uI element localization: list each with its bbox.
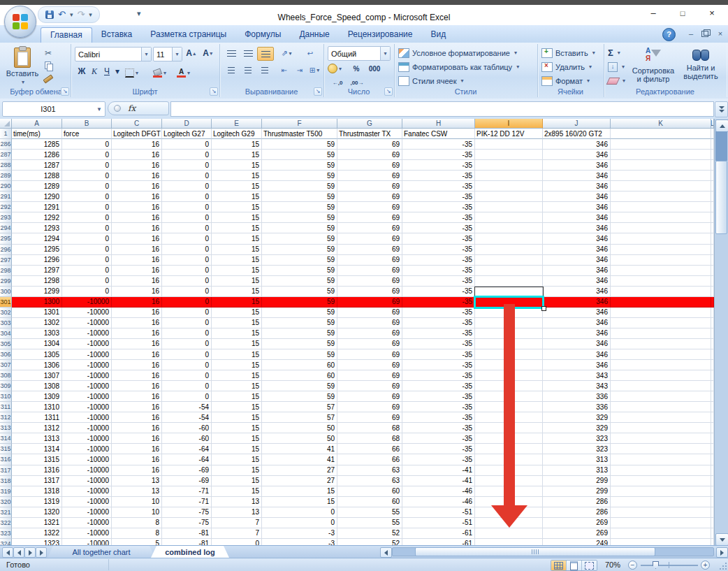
row-header-305[interactable]: 305 — [0, 339, 12, 349]
cell-J295[interactable]: 346 — [543, 233, 611, 244]
ribbon-tab-Вставка[interactable]: Вставка — [92, 27, 142, 43]
font-family-combo[interactable]: Calibri▾ — [75, 47, 152, 62]
cell-B310[interactable]: -10000 — [62, 391, 112, 402]
cell-B316[interactable]: -10000 — [62, 454, 112, 465]
cell-B288[interactable]: 0 — [62, 160, 112, 171]
cell-D286[interactable]: 0 — [162, 139, 212, 150]
cell-D288[interactable]: 0 — [162, 160, 212, 171]
cell-D322[interactable]: -75 — [162, 518, 212, 528]
cut-button[interactable]: ✂ — [42, 47, 54, 59]
cell-H319[interactable]: -46 — [402, 486, 475, 497]
cell-B307[interactable]: -10000 — [62, 360, 112, 370]
cell-A310[interactable]: 1309 — [12, 391, 62, 402]
ribbon-tab-Вид[interactable]: Вид — [421, 27, 455, 43]
cell-H290[interactable]: -35 — [402, 181, 475, 191]
undo-dropdown-icon[interactable]: ▾ — [70, 11, 73, 18]
cell-H312[interactable]: -35 — [402, 412, 475, 423]
cell-D306[interactable]: 0 — [162, 349, 212, 360]
row-header-312[interactable]: 312 — [0, 412, 12, 423]
scrollbar-track-upper[interactable] — [715, 131, 727, 161]
align-middle-button[interactable] — [240, 47, 256, 59]
cell-J299[interactable]: 346 — [543, 276, 611, 287]
cell-C320[interactable]: 10 — [112, 497, 162, 507]
row-header-295[interactable]: 295 — [0, 233, 12, 244]
cell-A288[interactable]: 1287 — [12, 160, 62, 171]
cell-G293[interactable]: 69 — [337, 212, 402, 223]
cell-C317[interactable]: 16 — [112, 465, 162, 476]
column-header-H[interactable]: H — [402, 119, 475, 129]
italic-button[interactable]: К — [89, 65, 100, 78]
cell-E286[interactable]: 15 — [212, 139, 262, 150]
cell-A321[interactable]: 1320 — [12, 507, 62, 518]
cell-J323[interactable]: 269 — [543, 528, 611, 539]
column-header-K[interactable]: K — [611, 119, 711, 129]
row-header-315[interactable]: 315 — [0, 444, 12, 454]
cell-F312[interactable]: 57 — [262, 412, 337, 423]
cell-J291[interactable]: 346 — [543, 191, 611, 202]
next-sheet-button[interactable] — [24, 547, 36, 558]
row-header-309[interactable]: 309 — [0, 381, 12, 391]
cell-J298[interactable]: 346 — [543, 266, 611, 276]
cell-D319[interactable]: -71 — [162, 486, 212, 497]
cell-A316[interactable]: 1315 — [12, 454, 62, 465]
cell-K304[interactable] — [611, 328, 711, 339]
workbook-minimize-button[interactable]: – — [685, 29, 697, 39]
row-header-310[interactable]: 310 — [0, 391, 12, 402]
cell-K315[interactable] — [611, 444, 711, 454]
expand-formula-bar-button[interactable] — [715, 101, 728, 117]
align-top-button[interactable] — [224, 47, 239, 59]
cell-H289[interactable]: -35 — [402, 171, 475, 181]
cell-G319[interactable]: 60 — [337, 486, 402, 497]
cell-G324[interactable]: 52 — [337, 539, 402, 545]
accounting-format-button[interactable]: ▾ — [328, 62, 342, 75]
cell-B286[interactable]: 0 — [62, 139, 112, 150]
cell-H311[interactable]: -35 — [402, 402, 475, 412]
ribbon-tab-Формулы[interactable]: Формулы — [235, 27, 290, 43]
cell-G321[interactable]: 55 — [337, 507, 402, 518]
cell-F296[interactable]: 59 — [262, 245, 337, 255]
prev-sheet-button[interactable] — [13, 547, 24, 558]
cell-B291[interactable]: 0 — [62, 191, 112, 202]
cell-G318[interactable]: 63 — [337, 476, 402, 486]
row-header-303[interactable]: 303 — [0, 318, 12, 328]
cell-E308[interactable]: 15 — [212, 370, 262, 381]
cell-F287[interactable]: 59 — [262, 150, 337, 160]
cell-I286[interactable] — [475, 139, 543, 150]
row-header-323[interactable]: 323 — [0, 528, 12, 539]
conditional-formatting-button[interactable]: Условное форматирование▾ — [398, 46, 517, 59]
zoom-slider-track[interactable] — [641, 565, 698, 566]
cell-A286[interactable]: 1285 — [12, 139, 62, 150]
fill-handle[interactable] — [541, 306, 546, 311]
cell-J321[interactable]: 286 — [543, 507, 611, 518]
cell-C312[interactable]: 16 — [112, 412, 162, 423]
cell-G294[interactable]: 69 — [337, 223, 402, 233]
cell-E298[interactable]: 15 — [212, 266, 262, 276]
cell-D290[interactable]: 0 — [162, 181, 212, 191]
cell-H313[interactable]: -35 — [402, 423, 475, 433]
cell-B295[interactable]: 0 — [62, 233, 112, 244]
cell-C308[interactable]: 16 — [112, 370, 162, 381]
cell-F316[interactable]: 41 — [262, 454, 337, 465]
cell-I1[interactable]: PIK-12 DD 12V — [475, 129, 543, 139]
cell-F288[interactable]: 59 — [262, 160, 337, 171]
cell-C311[interactable]: 16 — [112, 402, 162, 412]
copy-button[interactable] — [42, 59, 54, 71]
cell-K296[interactable] — [611, 245, 711, 255]
cell-K321[interactable] — [611, 507, 711, 518]
cell-A303[interactable]: 1302 — [12, 318, 62, 328]
cell-G315[interactable]: 66 — [337, 444, 402, 454]
cell-K292[interactable] — [611, 202, 711, 212]
cell-F300[interactable]: 59 — [262, 287, 337, 297]
cell-H317[interactable]: -41 — [402, 465, 475, 476]
cell-K320[interactable] — [611, 497, 711, 507]
cell-D287[interactable]: 0 — [162, 150, 212, 160]
cell-D297[interactable]: 0 — [162, 255, 212, 266]
cell-E302[interactable]: 15 — [212, 308, 262, 318]
cell-A292[interactable]: 1291 — [12, 202, 62, 212]
cell-J312[interactable]: 329 — [543, 412, 611, 423]
delete-cells-button[interactable]: Удалить▾ — [541, 60, 592, 73]
cell-I324[interactable] — [475, 539, 543, 545]
cell-B297[interactable]: 0 — [62, 255, 112, 266]
cell-A297[interactable]: 1296 — [12, 255, 62, 266]
cell-K297[interactable] — [611, 255, 711, 266]
